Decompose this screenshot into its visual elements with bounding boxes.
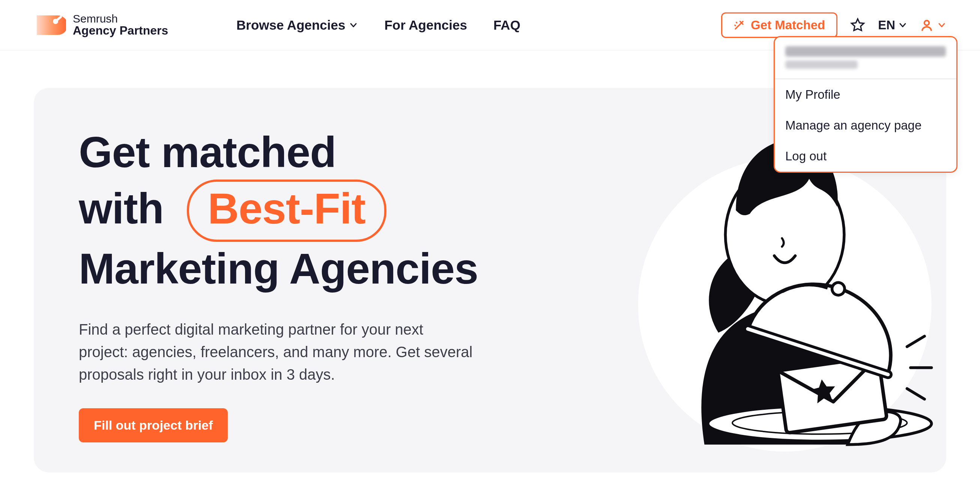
- user-icon: [920, 18, 934, 32]
- favorites-star-icon[interactable]: [850, 18, 865, 33]
- header-right: Get Matched EN: [721, 13, 946, 38]
- hero-title-line1: Get matched: [79, 128, 336, 176]
- header: Semrush Agency Partners Browse Agencies …: [0, 0, 980, 50]
- logo-text: Semrush Agency Partners: [73, 13, 168, 37]
- svg-point-1: [924, 20, 929, 25]
- hero-title-line2-prefix: with: [79, 184, 164, 233]
- language-selector[interactable]: EN: [878, 18, 907, 32]
- nav-faq[interactable]: FAQ: [493, 18, 520, 33]
- get-matched-button[interactable]: Get Matched: [721, 13, 837, 38]
- get-matched-label: Get Matched: [751, 18, 825, 32]
- logo-line1: Semrush: [73, 13, 168, 25]
- logo-line2: Agency Partners: [73, 24, 168, 37]
- user-dropdown: My Profile Manage an agency page Log out: [774, 36, 958, 173]
- nav-faq-label: FAQ: [493, 18, 520, 33]
- nav-for-agencies[interactable]: For Agencies: [384, 18, 467, 33]
- hero-title-line3: Marketing Agencies: [79, 244, 478, 292]
- nav-browse-label: Browse Agencies: [236, 18, 345, 33]
- chevron-down-icon: [898, 21, 907, 30]
- hero-subtitle: Find a perfect digital marketing partner…: [79, 318, 473, 386]
- user-menu-trigger[interactable]: [920, 18, 946, 32]
- redacted-email: [785, 46, 946, 57]
- logo-link[interactable]: Semrush Agency Partners: [34, 12, 236, 39]
- hero-content: Get matched with Best-Fit Marketing Agen…: [79, 125, 556, 442]
- chevron-down-icon: [937, 21, 946, 30]
- dropdown-logout[interactable]: Log out: [775, 141, 956, 172]
- dropdown-my-profile[interactable]: My Profile: [775, 79, 956, 110]
- hero-title-highlight: Best-Fit: [187, 179, 387, 242]
- hero-title: Get matched with Best-Fit Marketing Agen…: [79, 125, 556, 295]
- nav-browse-agencies[interactable]: Browse Agencies: [236, 18, 358, 33]
- fill-out-brief-button[interactable]: Fill out project brief: [79, 408, 228, 442]
- language-label: EN: [878, 18, 895, 32]
- primary-nav: Browse Agencies For Agencies FAQ: [236, 18, 520, 33]
- dropdown-manage-agency[interactable]: Manage an agency page: [775, 110, 956, 141]
- chevron-down-icon: [349, 21, 358, 30]
- nav-for-agencies-label: For Agencies: [384, 18, 467, 33]
- redacted-id: [785, 61, 858, 69]
- svg-line-12: [907, 389, 925, 399]
- user-dropdown-header: [775, 37, 956, 79]
- magic-wand-icon: [733, 19, 745, 31]
- semrush-logo-icon: [34, 12, 66, 39]
